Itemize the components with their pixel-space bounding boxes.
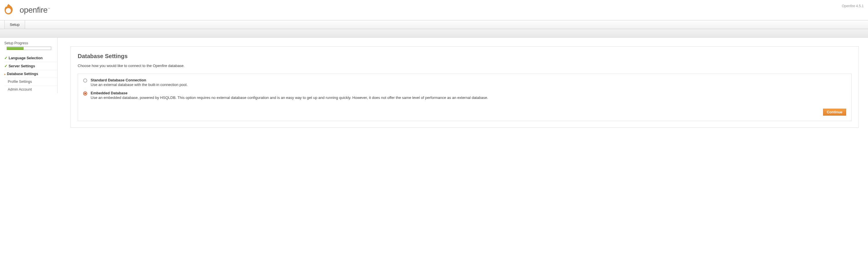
continue-button[interactable]: Continue — [823, 109, 846, 116]
settings-panel: Database Settings Choose how you would l… — [70, 46, 859, 128]
option-embedded-database[interactable]: Embedded Database Use an embedded databa… — [83, 91, 846, 100]
tab-setup[interactable]: Setup — [4, 21, 25, 29]
page-title: Database Settings — [78, 53, 851, 60]
header: openfire™ Openfire 4.5.1 — [0, 0, 868, 20]
check-icon: ✓ — [4, 64, 7, 68]
page-subtitle: Choose how you would like to connect to … — [78, 64, 851, 68]
progress-fill — [7, 47, 24, 50]
button-row: Continue — [83, 109, 846, 116]
tab-bar: Setup — [0, 20, 868, 29]
option-desc: Use an embedded database, powered by HSQ… — [91, 95, 488, 100]
progress-bar — [7, 46, 51, 50]
setup-progress-label: Setup Progress — [4, 41, 57, 45]
option-title: Embedded Database — [91, 91, 488, 95]
step-profile-settings[interactable]: Profile Settings — [4, 78, 57, 86]
step-server-settings[interactable]: ✓ Server Settings — [4, 62, 57, 70]
step-admin-account[interactable]: Admin Account — [4, 86, 57, 93]
step-language-selection[interactable]: ✓ Language Selection — [4, 54, 57, 62]
step-database-settings[interactable]: ▸ Database Settings — [4, 70, 57, 78]
version-label: Openfire 4.5.1 — [842, 3, 864, 8]
radio-standard[interactable] — [83, 78, 87, 82]
sub-header-strip — [0, 29, 868, 38]
logo: openfire™ — [3, 3, 50, 17]
options-box: Standard Database Connection Use an exte… — [78, 74, 851, 121]
radio-embedded[interactable] — [83, 92, 87, 96]
arrow-icon: ▸ — [4, 72, 6, 76]
flame-icon — [3, 3, 17, 17]
content: Database Settings Choose how you would l… — [58, 38, 868, 139]
brand-text: openfire™ — [20, 5, 50, 15]
sidebar: Setup Progress ✓ Language Selection ✓ Se… — [0, 38, 58, 93]
check-icon: ✓ — [4, 56, 7, 60]
option-desc: Use an external database with the built-… — [91, 82, 188, 88]
option-standard-database[interactable]: Standard Database Connection Use an exte… — [83, 78, 846, 88]
option-title: Standard Database Connection — [91, 78, 188, 82]
